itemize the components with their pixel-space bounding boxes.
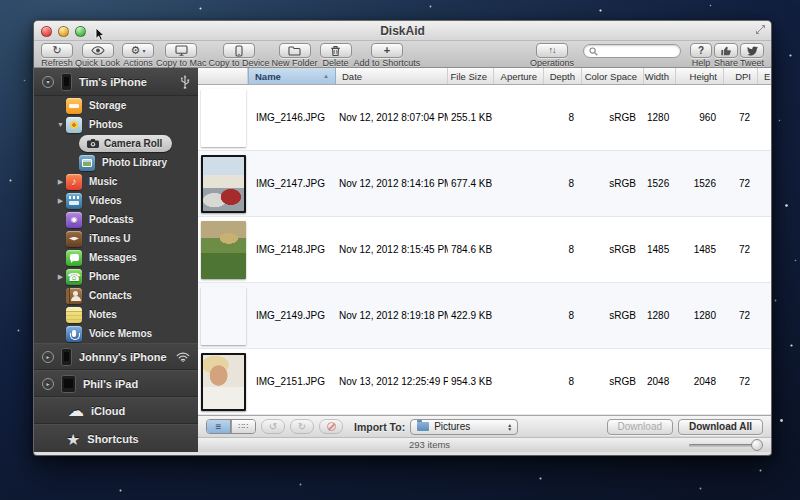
star-icon: ★: [66, 432, 80, 447]
title-bar[interactable]: DiskAid: [34, 21, 771, 41]
mouse-cursor: [95, 27, 106, 42]
sidebar-item-itunes-u[interactable]: iTunes U: [34, 229, 198, 248]
column-header-aperture[interactable]: Aperture: [494, 68, 544, 84]
table-header: Name ▲ Date File Size Aperture Depth Col…: [198, 68, 771, 85]
copy-to-device-button[interactable]: Copy to Device: [209, 43, 270, 68]
add-to-shortcuts-button[interactable]: + Add to Shortcuts: [354, 43, 421, 68]
sort-ascending-icon: ▲: [323, 73, 329, 79]
rotate-right-button[interactable]: ↻: [290, 419, 314, 434]
column-thumbnail: [198, 68, 248, 84]
cancel-operation-button[interactable]: [319, 419, 343, 434]
column-header-exposure[interactable]: E: [758, 68, 771, 84]
column-header-width[interactable]: Width: [644, 68, 676, 84]
podcasts-icon: ◉: [66, 212, 82, 228]
table-row[interactable]: IMG_2146.JPG Nov 12, 2012 8:07:04 PM 255…: [198, 85, 771, 151]
disclosure-closed-icon[interactable]: ▶: [55, 197, 66, 205]
sidebar-item-photos[interactable]: ▼ Photos: [34, 115, 198, 134]
copy-to-mac-button[interactable]: Copy to Mac: [156, 43, 207, 68]
fullscreen-icon[interactable]: [756, 25, 765, 34]
sidebar-item-icloud[interactable]: ☁ iCloud: [34, 397, 198, 424]
search-input[interactable]: [583, 44, 681, 58]
sidebar-item-storage[interactable]: Storage: [34, 96, 198, 115]
tweet-button[interactable]: Tweet: [740, 43, 764, 68]
sidebar-item-notes[interactable]: Notes: [34, 305, 198, 324]
disclosure-open-icon[interactable]: ▼: [55, 121, 66, 128]
sidebar-item-videos[interactable]: ▶ Videos: [34, 191, 198, 210]
notes-icon: [66, 307, 82, 323]
sidebar-item-messages[interactable]: Messages: [34, 248, 198, 267]
column-header-depth[interactable]: Depth: [544, 68, 582, 84]
column-header-file-size[interactable]: File Size: [448, 68, 494, 84]
sidebar-item-photo-library[interactable]: Photo Library: [34, 153, 198, 172]
question-mark-icon: ?: [698, 45, 704, 56]
download-button[interactable]: Download: [607, 419, 673, 435]
disclosure-closed-icon[interactable]: ▶: [55, 273, 66, 281]
sidebar-item-camera-roll[interactable]: Camera Roll: [34, 134, 198, 153]
bottom-toolbar: ≡ ∷∷ ↺ ↻ Import To: Pictures ▲▼ Download…: [198, 415, 771, 437]
sidebar-item-shortcuts[interactable]: ★ Shortcuts: [34, 424, 198, 452]
delete-button[interactable]: Delete: [320, 43, 352, 68]
grid-view-icon: ∷∷: [238, 422, 248, 431]
import-to-label: Import To:: [354, 421, 405, 433]
view-mode-segmented-control: ≡ ∷∷: [206, 419, 256, 434]
slider-knob[interactable]: [751, 439, 763, 451]
operations-button[interactable]: ↑↓ Operations: [530, 43, 574, 68]
camera-roll-selected-pill[interactable]: Camera Roll: [79, 135, 172, 152]
column-header-color-space[interactable]: Color Space: [582, 68, 644, 84]
sidebar-item-phone[interactable]: ▶ ☎ Phone: [34, 267, 198, 286]
itunes-u-icon: [66, 231, 82, 247]
device-disclosure-icon[interactable]: ▾: [42, 76, 54, 88]
wifi-icon: [176, 352, 190, 362]
thumbnail-size-slider[interactable]: [689, 444, 761, 447]
device-phils-ipad[interactable]: ▸ Phil's iPad: [34, 370, 198, 397]
new-folder-button[interactable]: New Folder: [272, 43, 318, 68]
storage-icon: [66, 98, 82, 114]
grid-view-button[interactable]: ∷∷: [231, 420, 255, 433]
sidebar-item-contacts[interactable]: Contacts: [34, 286, 198, 305]
quick-look-button[interactable]: Quick Look: [75, 43, 120, 68]
twitter-bird-icon: [746, 46, 758, 56]
trash-icon: [330, 45, 341, 57]
music-icon: ♪: [66, 174, 82, 190]
device-disclosure-icon[interactable]: ▸: [42, 378, 54, 390]
photo-thumbnail: [201, 89, 246, 147]
refresh-button[interactable]: ↻ Refresh: [41, 43, 73, 68]
items-count: 293 items: [198, 439, 661, 450]
search-text-input[interactable]: [598, 46, 678, 56]
column-header-height[interactable]: Height: [676, 68, 724, 84]
ipad-icon: [61, 375, 76, 393]
list-view-button[interactable]: ≡: [207, 420, 231, 433]
plus-icon: +: [384, 45, 390, 56]
help-button[interactable]: ? Help: [690, 43, 712, 68]
thumbs-up-icon: [720, 45, 732, 56]
popup-arrows-icon: ▲▼: [507, 423, 512, 431]
photos-icon: [66, 117, 82, 133]
sidebar-item-podcasts[interactable]: ◉ Podcasts: [34, 210, 198, 229]
table-row[interactable]: IMG_2148.JPG Nov 12, 2012 8:15:45 PM 784…: [198, 217, 771, 283]
column-header-date[interactable]: Date: [336, 68, 448, 84]
column-header-dpi[interactable]: DPI: [724, 68, 758, 84]
disclosure-closed-icon[interactable]: ▶: [55, 178, 66, 186]
import-destination-select[interactable]: Pictures ▲▼: [410, 419, 518, 435]
device-tims-iphone[interactable]: ▾ Tim's iPhone: [34, 68, 198, 96]
table-row[interactable]: IMG_2149.JPG Nov 12, 2012 8:19:18 PM 422…: [198, 283, 771, 349]
sidebar-item-voice-memos[interactable]: Voice Memos: [34, 324, 198, 343]
device-johnnys-iphone[interactable]: ▸ Johnny's iPhone: [34, 343, 198, 370]
download-all-button[interactable]: Download All: [678, 419, 763, 435]
window-title: DiskAid: [34, 24, 771, 38]
share-button[interactable]: Share: [714, 43, 738, 68]
photo-thumbnail: [201, 287, 246, 345]
sidebar-item-music[interactable]: ▶ ♪ Music: [34, 172, 198, 191]
cloud-icon: ☁: [68, 404, 84, 418]
stop-icon: [327, 422, 336, 431]
photo-thumbnail: [201, 353, 246, 411]
device-disclosure-icon[interactable]: ▸: [42, 351, 54, 363]
table-row[interactable]: IMG_2147.JPG Nov 12, 2012 8:14:16 PM 677…: [198, 151, 771, 217]
table-row[interactable]: IMG_2151.JPG Nov 13, 2012 12:25:49 PM 95…: [198, 349, 771, 415]
main-toolbar: ↻ Refresh Quick Look ⚙▾ Actions Copy to …: [34, 41, 771, 68]
photo-library-icon: [79, 155, 95, 171]
column-header-name[interactable]: Name ▲: [248, 68, 336, 84]
device-icon: [235, 45, 243, 57]
actions-button[interactable]: ⚙▾ Actions: [122, 43, 154, 68]
rotate-left-button[interactable]: ↺: [261, 419, 285, 434]
